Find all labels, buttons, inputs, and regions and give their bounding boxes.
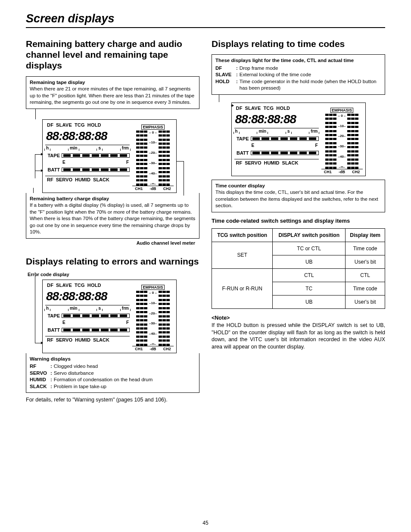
unit-min: min: [70, 146, 78, 150]
arrow-icon: [41, 342, 43, 344]
unit-row: h min s frm: [45, 145, 130, 150]
tape-box-body: When there are 21 or more minutes of the…: [30, 86, 194, 105]
def-slack-desc: Problem in tape take-up: [54, 383, 196, 390]
arrow-icon: [41, 153, 43, 156]
leader-line: [184, 161, 184, 196]
panel-top-labels: DF SLAVE TCG HOLD: [45, 283, 130, 288]
def-hold-desc: Time code generator in the hold mode (wh…: [240, 78, 381, 92]
emphasis-label: EMPHASIS: [330, 108, 353, 113]
cell-tcg-frun: F-RUN or R-RUN: [212, 268, 273, 308]
timecode-digits: 88:88:88:88: [45, 289, 130, 303]
panel-bottom-labels: RF SERVO HUMID SLACK: [234, 159, 319, 165]
title-rule: [26, 27, 385, 28]
unit-s: s: [98, 146, 101, 150]
batt-segbar: [251, 151, 319, 155]
counter-box-title: Time counter display: [215, 183, 265, 188]
panel-bottom-labels: RF SERVO HUMID SLACK: [45, 176, 130, 182]
scale-40: –40–: [338, 155, 346, 159]
heading-timecodes: Displays relating to time codes: [212, 38, 385, 49]
panel-top-labels: DF SLAVE TCG HOLD: [234, 106, 319, 111]
unit-frm: frm: [311, 129, 318, 134]
batt-box-title: Remaining battery charge display: [30, 196, 109, 201]
unit-s: s: [98, 306, 101, 311]
leader-line: [35, 109, 36, 119]
batt-label: BATT: [45, 167, 60, 172]
batt-segbar: [62, 328, 130, 332]
meter-scale: – 0 – –10– –20– –30– –40– –∞–: [148, 131, 158, 186]
page-number: 45: [0, 520, 411, 526]
timecode-info-box: These displays light for the time code, …: [212, 54, 385, 95]
label-e: E: [252, 143, 255, 148]
def-df-desc: Drop frame mode: [240, 65, 381, 72]
def-rf-desc: Clogged video head: [54, 363, 196, 370]
label-db: -dB: [335, 170, 349, 174]
meter-scale: – 0 – –10– –20– –30– –40– –∞–: [337, 114, 347, 169]
scale-10: –10–: [149, 140, 157, 144]
scale-20: –20–: [149, 311, 157, 315]
def-hold: HOLD: [215, 78, 236, 92]
audio-meter: EMPHASIS – 0 – –10– –20– –30– –40– –∞–: [132, 283, 174, 351]
batt-box-body: If a battery with a digital display (% d…: [30, 202, 195, 234]
cell-tcg-set: SET: [212, 242, 273, 268]
label-e: E: [62, 320, 65, 325]
label-tcg: TCG: [75, 122, 85, 128]
unit-h: h: [235, 129, 238, 134]
label-db: -dB: [146, 187, 160, 191]
batt-segbar: [62, 168, 130, 172]
cell-item-ctl: CTL: [346, 268, 385, 282]
label-f: F: [126, 320, 129, 325]
leader-line: [219, 94, 219, 102]
timecode-digits: 88:88:88:88: [234, 112, 319, 126]
label-slave: SLAVE: [56, 283, 72, 288]
label-db: -dB: [146, 347, 160, 351]
emphasis-label: EMPHASIS: [141, 285, 164, 290]
def-servo-desc: Servo disturbance: [54, 370, 196, 377]
def-servo: SERVO: [30, 370, 50, 377]
label-df: DF: [47, 283, 53, 288]
scale-40: –40–: [149, 332, 157, 336]
label-df: DF: [47, 122, 53, 128]
page-title: Screen displays: [26, 12, 385, 25]
label-hold: HOLD: [276, 106, 290, 111]
th-item: Display item: [346, 228, 385, 242]
label-hold: HOLD: [87, 122, 101, 128]
scale-30: –30–: [338, 144, 346, 148]
warn-box-title: Warning displays: [30, 356, 71, 361]
channel-row: CH1 -dB CH2: [132, 186, 174, 191]
scale-30: –30–: [149, 321, 157, 325]
audio-meter: EMPHASIS – 0 – –10– –20– –30– –40– –∞–: [321, 106, 363, 174]
def-humid-desc: Formation of condensation on the head dr…: [54, 376, 196, 383]
label-ch1: CH1: [132, 347, 146, 351]
def-slave: SLAVE: [215, 72, 236, 78]
batt-label: BATT: [45, 327, 60, 333]
label-ch1: CH1: [321, 170, 335, 174]
audio-meter-caption: Audio channel level meter: [26, 240, 199, 246]
scale-10: –10–: [338, 124, 346, 128]
label-slack: SLACK: [282, 160, 299, 165]
arrow-icon: [41, 169, 43, 172]
meter-scale: – 0 – –10– –20– –30– –40– –∞–: [148, 291, 158, 346]
def-humid: HUMID: [30, 376, 50, 383]
scale-0: – 0 –: [149, 291, 157, 295]
label-humid: HUMID: [75, 337, 90, 342]
leader-line: [176, 161, 184, 162]
scale-30: –30–: [149, 161, 157, 165]
label-e: E: [62, 160, 65, 165]
label-servo: SERVO: [56, 177, 72, 182]
unit-min: min: [258, 129, 266, 134]
label-humid: HUMID: [264, 160, 279, 165]
label-rf: RF: [236, 160, 243, 165]
display-panel-1: DF SLAVE TCG HOLD 88:88:88:88 h min s fr…: [42, 119, 177, 193]
label-slack: SLACK: [93, 337, 109, 342]
label-ch2: CH2: [349, 170, 363, 174]
leader-line: [35, 272, 35, 343]
tape-label: TAPE: [234, 136, 249, 141]
scale-20: –20–: [149, 151, 157, 155]
display-panel-3: DF SLAVE TCG HOLD 88:88:88:88 h min s fr…: [231, 103, 366, 176]
channel-row: CH1 -dB CH2: [132, 346, 174, 351]
warning-info-box: Warning displays RF:Clogged video head S…: [26, 353, 199, 393]
label-tcg: TCG: [263, 106, 274, 111]
unit-row: h min s frm: [234, 128, 319, 134]
def-slave-desc: External locking of the time code: [240, 72, 381, 78]
def-slack: SLACK: [30, 383, 50, 390]
